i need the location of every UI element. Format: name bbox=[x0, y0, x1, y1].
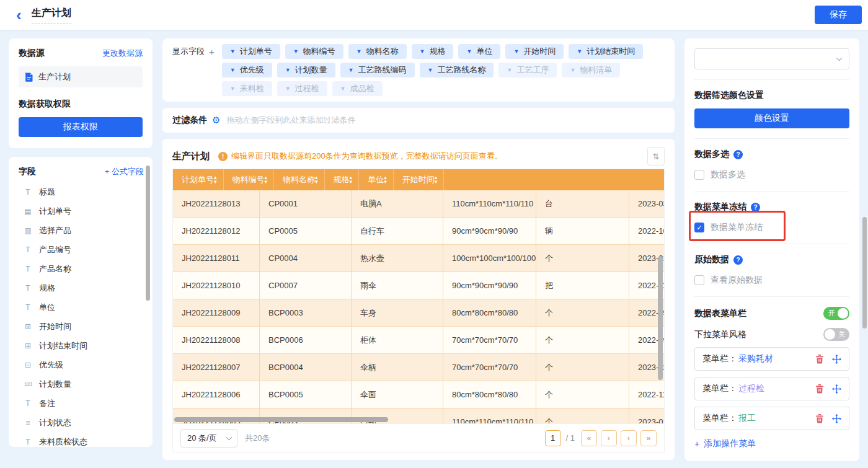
last-page-button[interactable]: » bbox=[640, 430, 657, 446]
page-size-select[interactable]: 20 条/页 bbox=[180, 429, 237, 448]
table-header-cell[interactable]: 物料编号 bbox=[224, 169, 275, 190]
display-field-chip[interactable]: 计划结束时间 bbox=[569, 44, 643, 59]
display-field-chip[interactable]: 工艺路线编码 bbox=[340, 63, 415, 77]
menubar-item-name[interactable]: 采购耗材 bbox=[738, 353, 773, 364]
field-item[interactable]: T 规格 bbox=[19, 278, 144, 298]
table-header-cell[interactable]: 单位 bbox=[359, 169, 394, 190]
page-size-value: 20 条/页 bbox=[187, 433, 217, 444]
delete-icon[interactable] bbox=[815, 384, 824, 394]
table-row[interactable]: JH20221128010 CP0007 雨伞 90cm*90cm*90/90 … bbox=[173, 272, 664, 299]
table-row[interactable]: JH20221128013 CP0001 电脑A 110cm*110cm*110… bbox=[173, 190, 664, 218]
current-page-input[interactable]: 1 bbox=[545, 430, 561, 446]
field-item[interactable]: ⊡ 优先级 bbox=[19, 355, 144, 374]
field-item[interactable]: ▥ 选择产品 bbox=[19, 221, 144, 240]
column-sort-icon[interactable] bbox=[265, 175, 268, 184]
menubar-toggle[interactable]: 开 bbox=[823, 307, 849, 320]
dropdown-style-toggle[interactable]: 关 bbox=[823, 328, 849, 341]
field-item[interactable]: ≡ 计划状态 bbox=[19, 413, 144, 432]
column-sort-icon[interactable] bbox=[350, 175, 353, 184]
table-row[interactable]: JH20221128008 BCP0006 柜体 70cm*70cm*70/70… bbox=[173, 327, 664, 354]
first-page-button[interactable]: « bbox=[581, 430, 597, 446]
table-header-cell[interactable]: 规格 bbox=[325, 169, 360, 190]
window-scrollbar[interactable] bbox=[862, 217, 867, 329]
display-field-chip-disabled[interactable]: 来料检 bbox=[222, 81, 272, 96]
menubar-item[interactable]: 菜单栏： 采购耗材 bbox=[694, 347, 849, 371]
fields-scrollbar[interactable] bbox=[146, 166, 150, 301]
datasource-item[interactable]: 生产计划 bbox=[19, 66, 143, 87]
table-row[interactable]: JH20221128012 CP0005 自行车 90cm*90cm*90/90… bbox=[173, 218, 664, 245]
table-vertical-scrollbar[interactable] bbox=[658, 256, 663, 380]
add-formula-field-link[interactable]: + 公式字段 bbox=[105, 166, 144, 177]
add-display-field-button[interactable]: + bbox=[209, 46, 215, 57]
display-field-chip[interactable]: 单位 bbox=[458, 44, 500, 59]
table-horizontal-scrollbar[interactable] bbox=[174, 417, 388, 422]
field-item[interactable]: T 来料质检状态 bbox=[19, 432, 144, 447]
settings-sidebar: 数据筛选颜色设置 颜色设置 数据多选 ? 数据多选 数据菜单冻结 ? 数据菜单冻… bbox=[684, 38, 859, 461]
menubar-item[interactable]: 菜单栏： 过程检 bbox=[694, 377, 849, 400]
multiselect-checkbox[interactable] bbox=[694, 170, 704, 180]
display-field-chip[interactable]: 开始时间 bbox=[505, 44, 564, 59]
freeze-checkbox[interactable] bbox=[694, 223, 704, 232]
data-table: 计划单号 物料编号 物料名称 bbox=[172, 169, 665, 453]
filter-bar: 过滤条件 ⚙ 拖动左侧字段到此处来添加过滤条件 bbox=[162, 108, 675, 133]
display-field-chip[interactable]: 优先级 bbox=[222, 63, 272, 77]
table-sort-button[interactable]: ⇅ bbox=[647, 147, 665, 166]
field-item[interactable]: 123 计划数量 bbox=[19, 374, 144, 394]
field-item[interactable]: T 产品编号 bbox=[19, 240, 144, 259]
field-item-label: 计划状态 bbox=[39, 417, 71, 428]
move-icon[interactable] bbox=[832, 414, 841, 423]
display-field-chip-disabled[interactable]: 工艺工序 bbox=[498, 63, 557, 77]
delete-icon[interactable] bbox=[815, 355, 824, 364]
report-permission-button[interactable]: 报表权限 bbox=[19, 117, 143, 137]
table-header-cell[interactable]: 计划单号 bbox=[173, 169, 224, 190]
table-header-cell[interactable]: 开始时间 bbox=[394, 169, 445, 190]
color-settings-button[interactable]: 颜色设置 bbox=[694, 108, 849, 128]
table-row[interactable]: JH20221128009 BCP0003 车身 80cm*80cm*80/80… bbox=[173, 299, 664, 327]
move-icon[interactable] bbox=[832, 355, 841, 364]
field-item[interactable]: ⊞ 开始时间 bbox=[19, 317, 144, 336]
display-field-chip[interactable]: 物料编号 bbox=[285, 44, 343, 59]
table-row[interactable]: JH20221128006 BCP0005 伞面 80cm*80cm*80/80… bbox=[173, 381, 664, 408]
left-sidebar: 数据源 更改数据源 生产计划 数据获取权限 报表权限 字段 + 公式字段 T 标… bbox=[9, 38, 153, 447]
add-action-menu-link[interactable]: + 添加操作菜单 bbox=[694, 438, 849, 449]
prev-page-button[interactable]: ‹ bbox=[601, 430, 617, 446]
display-field-chip-disabled[interactable]: 过程检 bbox=[277, 81, 327, 96]
field-item[interactable]: T 标题 bbox=[19, 182, 144, 201]
help-icon[interactable]: ? bbox=[733, 150, 743, 159]
action-select[interactable] bbox=[694, 48, 849, 69]
menubar-item-name[interactable]: 报工 bbox=[738, 413, 756, 424]
display-field-chip[interactable]: 规格 bbox=[412, 44, 454, 59]
save-button[interactable]: 保存 bbox=[815, 6, 862, 24]
table-row[interactable]: JH20221128007 BCP0004 伞柄 70cm*70cm*70/70… bbox=[173, 354, 664, 381]
column-sort-icon[interactable] bbox=[214, 175, 217, 184]
next-page-button[interactable]: › bbox=[621, 430, 637, 446]
field-item[interactable]: ▤ 计划单号 bbox=[19, 201, 144, 221]
column-sort-icon[interactable] bbox=[384, 175, 387, 184]
raw-data-checkbox[interactable] bbox=[694, 275, 704, 285]
delete-icon[interactable] bbox=[815, 414, 824, 423]
column-sort-icon[interactable] bbox=[435, 175, 438, 184]
back-icon[interactable]: ‹ bbox=[16, 7, 22, 23]
field-item[interactable]: ⊞ 计划结束时间 bbox=[19, 336, 144, 355]
field-item[interactable]: T 产品名称 bbox=[19, 259, 144, 278]
field-item[interactable]: T 备注 bbox=[19, 394, 144, 413]
fields-panel: 字段 + 公式字段 T 标题 ▤ 计划单号 ▥ 选择产品 bbox=[9, 157, 153, 447]
move-icon[interactable] bbox=[832, 384, 841, 394]
display-field-chip[interactable]: 计划单号 bbox=[222, 44, 280, 59]
help-icon[interactable]: ? bbox=[751, 203, 760, 212]
menubar-item[interactable]: 菜单栏： 报工 bbox=[694, 407, 849, 430]
column-label: 物料名称 bbox=[283, 174, 315, 185]
table-row[interactable]: JH20221128011 CP0004 热水壶 100cm*100cm*100… bbox=[173, 245, 664, 272]
display-field-chip[interactable]: 计划数量 bbox=[277, 63, 335, 77]
display-field-chip-disabled[interactable]: 成品检 bbox=[332, 81, 383, 96]
menubar-item-name[interactable]: 过程检 bbox=[738, 383, 764, 394]
change-datasource-link[interactable]: 更改数据源 bbox=[102, 48, 143, 59]
display-field-chip[interactable]: 工艺路线名称 bbox=[420, 63, 494, 77]
help-icon[interactable]: ? bbox=[733, 255, 743, 265]
field-item[interactable]: T 单位 bbox=[19, 298, 144, 317]
display-field-chip[interactable]: 物料名称 bbox=[348, 44, 407, 59]
table-header-cell[interactable]: 物料名称 bbox=[274, 169, 325, 190]
display-field-chip-disabled[interactable]: 物料清单 bbox=[562, 63, 620, 77]
filter-settings-gear-icon[interactable]: ⚙ bbox=[212, 115, 220, 126]
column-sort-icon[interactable] bbox=[315, 175, 318, 184]
